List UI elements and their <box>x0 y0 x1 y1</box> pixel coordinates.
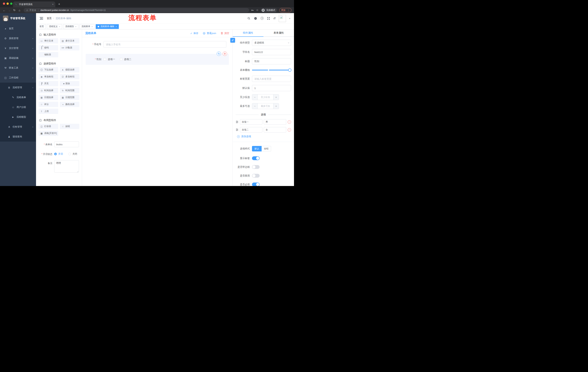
radio-on[interactable] <box>54 153 57 155</box>
palette-item-time-range[interactable]: ↻时间范围 <box>60 88 80 93</box>
browser-tab[interactable]: 芋道管理系统 × <box>13 1 55 7</box>
border-toggle[interactable] <box>252 165 260 169</box>
increment-button[interactable]: + <box>273 95 279 100</box>
sidebar-item-payment[interactable]: ¥ 支付管理 ∨ <box>0 43 36 53</box>
forward-icon[interactable]: → <box>7 9 12 12</box>
sidebar-item-workflow[interactable]: ◫ 工作流程 ∧ <box>0 73 36 83</box>
new-tab-button[interactable]: + <box>58 2 60 6</box>
component-type-select[interactable]: 多选框组 ∨ <box>252 40 291 46</box>
close-icon[interactable]: × <box>75 25 76 28</box>
zoom-window-button[interactable] <box>10 2 12 5</box>
clear-button[interactable]: 清空 <box>220 32 229 35</box>
palette-item-rate[interactable]: ☆评分 <box>39 102 58 107</box>
sidebar-item-leave-query[interactable]: ♟ 请假查询 <box>0 132 36 142</box>
bookmark-star-icon[interactable]: ☆ <box>256 9 259 12</box>
max-select-placeholder[interactable]: 最多可选 <box>258 103 273 109</box>
decrement-button[interactable]: − <box>252 103 258 109</box>
slider-handle[interactable] <box>288 68 292 72</box>
required-toggle[interactable] <box>252 182 260 186</box>
drag-handle-icon[interactable] <box>236 120 239 123</box>
style-default-button[interactable]: 默认 <box>252 146 262 151</box>
close-tab-icon[interactable]: × <box>52 3 53 6</box>
field-binding-tag[interactable] <box>230 38 235 43</box>
increment-button[interactable]: + <box>273 103 279 109</box>
palette-item-date-picker[interactable]: ▦日期选择 <box>39 95 58 100</box>
palette-item-multi-text[interactable]: ▤多行文本 <box>60 38 80 43</box>
sidebar-item-task-mgmt[interactable]: ⋔ 任务管理 ∨ <box>0 122 36 132</box>
add-option-button[interactable]: + 添加选项 <box>237 135 291 138</box>
remove-option-button[interactable]: − <box>288 128 291 132</box>
palette-item-time-picker[interactable]: ◷时间选择 <box>39 88 58 93</box>
address-bar[interactable]: ⚠ 不安全 dashboard.yudao.iocoder.cn/bpm/man… <box>24 8 249 12</box>
palette-item-cascader[interactable]: ⋔级联选择 <box>60 67 80 73</box>
drag-handle-icon[interactable] <box>236 128 239 131</box>
tag-view-home[interactable]: 首页 <box>37 24 46 29</box>
fullscreen-icon[interactable] <box>267 17 270 20</box>
sidebar-item-devtools[interactable]: ⚒ 研发工具 ∨ <box>0 63 36 73</box>
checkbox-option-2[interactable]: 选项二 <box>120 58 132 61</box>
palette-item-upload[interactable]: ⇧上传 <box>39 109 58 114</box>
radio-off[interactable] <box>68 153 71 155</box>
back-icon[interactable]: ← <box>2 9 7 12</box>
sidebar-item-process-model[interactable]: ► 流程模型 <box>0 112 36 122</box>
gender-field-selected[interactable]: *性别 选项一 选项二 <box>86 54 229 65</box>
palette-item-switch[interactable]: 开关 <box>39 81 58 86</box>
breadcrumb-home[interactable]: 首页 <box>47 17 52 20</box>
help-icon[interactable]: ? <box>261 17 264 20</box>
avatar-caret-icon[interactable]: ∨ <box>289 18 291 19</box>
tag-view-process-model[interactable]: 流程模型 × <box>63 24 78 29</box>
option-label-input[interactable] <box>240 119 262 125</box>
option-label-input[interactable] <box>240 127 262 132</box>
sidebar-item-user-group[interactable]: ☺ 用户分组 <box>0 102 36 112</box>
duplicate-field-button[interactable] <box>217 52 221 56</box>
close-icon[interactable]: × <box>59 25 60 28</box>
palette-item-table[interactable]: ▦表格[开发中] <box>39 131 58 136</box>
sidebar-item-process-form[interactable]: ✎ 流程表单 <box>0 93 36 102</box>
reload-icon[interactable]: ↻ <box>12 9 17 12</box>
tab-component-props[interactable]: 组件属性 <box>233 30 263 36</box>
github-icon[interactable] <box>254 17 257 20</box>
min-select-placeholder[interactable]: 至少应选 <box>258 95 273 100</box>
title-input[interactable] <box>252 58 291 64</box>
form-name-input[interactable] <box>54 141 79 147</box>
style-button-button[interactable]: 按钮 <box>262 146 271 151</box>
save-button[interactable]: ✓ 保存 <box>190 32 198 35</box>
search-icon[interactable] <box>247 17 251 20</box>
remove-option-button[interactable]: − <box>288 120 291 124</box>
sidebar-item-system[interactable]: ⚙ 系统管理 ∨ <box>0 33 36 43</box>
palette-item-single-text[interactable]: ▭单行文本 <box>39 38 58 43</box>
palette-item-row-container[interactable]: ◫行容器 <box>39 124 58 129</box>
palette-item-editor[interactable]: 编辑器 <box>39 52 58 57</box>
collapse-sidebar-icon[interactable] <box>40 17 43 20</box>
palette-item-checkbox-group[interactable]: ☑多选框组 <box>60 74 80 79</box>
resize-grip-icon[interactable] <box>77 171 78 172</box>
palette-item-radio-group[interactable]: ◉单选框组 <box>39 74 58 79</box>
palette-item-date-range[interactable]: ▦日期范围 <box>60 95 80 100</box>
palette-item-counter[interactable]: 123计数器 <box>60 45 80 50</box>
disabled-toggle[interactable] <box>252 174 260 178</box>
label-width-input[interactable] <box>252 76 291 82</box>
tag-view-process-form[interactable]: 流程表单 × <box>80 24 94 29</box>
close-icon[interactable]: × <box>116 25 117 28</box>
palette-item-password[interactable]: 密码 <box>39 45 58 50</box>
field-name-input[interactable] <box>252 49 291 55</box>
sidebar-item-process-mgmt[interactable]: ≣ 流程管理 ∧ <box>0 83 36 93</box>
home-icon[interactable]: ⌂ <box>17 9 22 12</box>
default-value-input[interactable] <box>252 85 291 91</box>
close-window-button[interactable] <box>3 2 5 5</box>
tag-view-process-form-edit[interactable]: 流程表单-编辑 × <box>96 24 119 29</box>
browser-update-menu-button[interactable]: 更新 ⋮ <box>279 8 292 12</box>
avatar[interactable] <box>279 15 286 22</box>
phone-field-row[interactable]: *手机号 <box>86 41 226 48</box>
decrement-button[interactable]: − <box>252 95 258 100</box>
sidebar-item-infrastructure[interactable]: ▣ 基础设施 ∨ <box>0 53 36 63</box>
grid-slider[interactable] <box>252 70 290 70</box>
option-value-input[interactable] <box>264 119 286 125</box>
show-label-toggle[interactable] <box>252 156 260 160</box>
tab-form-props[interactable]: 表单属性 <box>263 30 294 36</box>
radio-on-label[interactable]: 开启 <box>58 152 63 156</box>
form-remark-textarea[interactable]: 嘿嘿 <box>54 160 79 172</box>
palette-item-select[interactable]: ∨下拉选择 <box>39 67 58 73</box>
palette-item-button[interactable]: ☝按钮 <box>60 124 80 129</box>
tag-view-process-definition[interactable]: 流程定义 × <box>47 24 62 29</box>
